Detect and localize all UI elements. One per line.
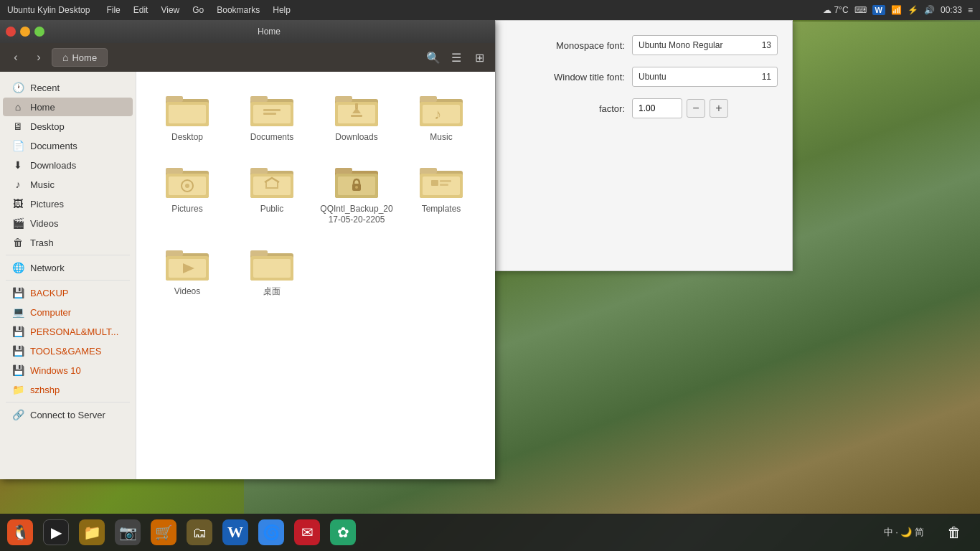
breadcrumb-label: Home bbox=[72, 52, 97, 63]
home-breadcrumb[interactable]: ⌂ Home bbox=[52, 48, 108, 67]
list-view-button[interactable]: ☰ bbox=[446, 47, 466, 67]
menu-help[interactable]: Help bbox=[267, 4, 296, 17]
sidebar-divider-3 bbox=[6, 402, 130, 402]
documents-icon: 📄 bbox=[11, 140, 24, 151]
volume-icon[interactable]: 🔊 bbox=[924, 5, 935, 15]
sidebar-item-szhshp[interactable]: 📁 szhshp bbox=[3, 380, 133, 399]
input-method-zh[interactable]: 中 · 🌙 简 bbox=[880, 523, 929, 542]
file-item-documents[interactable]: Documents bbox=[232, 83, 311, 149]
window-title-font-label: Window title font: bbox=[510, 72, 625, 83]
taskbar-store[interactable]: 🛒 bbox=[146, 516, 181, 549]
taskbar-browser[interactable]: 🌀 bbox=[254, 516, 288, 549]
close-button[interactable] bbox=[6, 27, 16, 37]
signal-icon[interactable]: 📶 bbox=[891, 5, 902, 15]
forward-button[interactable]: › bbox=[29, 47, 49, 67]
monospace-font-input[interactable]: Ubuntu Mono Regular 13 bbox=[632, 35, 778, 55]
menu-file[interactable]: File bbox=[100, 4, 126, 17]
svg-rect-1 bbox=[166, 96, 183, 102]
files-icon: 📁 bbox=[79, 519, 105, 545]
sidebar-label-videos: Videos bbox=[30, 218, 59, 229]
taskbar-right: 中 · 🌙 简 🗑 bbox=[880, 516, 978, 549]
sidebar-item-videos[interactable]: 🎬 Videos bbox=[3, 214, 133, 232]
taskbar-email[interactable]: ✉ bbox=[290, 516, 324, 549]
file-item-downloads[interactable]: Downloads bbox=[317, 83, 396, 149]
jian-label: 简 bbox=[915, 527, 924, 537]
grid-view-button[interactable]: ⊞ bbox=[469, 47, 489, 67]
sidebar-item-home[interactable]: ⌂ Home bbox=[3, 98, 133, 116]
menu-icon[interactable]: ≡ bbox=[968, 5, 973, 15]
factor-plus-button[interactable]: + bbox=[710, 99, 728, 118]
file-item-desktop[interactable]: Desktop bbox=[148, 83, 227, 149]
taskbar-files[interactable]: 📁 bbox=[75, 516, 109, 549]
file-label-pictures: Pictures bbox=[171, 204, 202, 215]
taskbar-trash[interactable]: 🗑 bbox=[937, 516, 971, 549]
svg-rect-43 bbox=[440, 180, 451, 182]
sidebar-item-pictures[interactable]: 🖼 Pictures bbox=[3, 194, 133, 213]
sidebar-item-recent[interactable]: 🕐 Recent bbox=[3, 78, 133, 97]
file-item-zhuomian[interactable]: 桌面 bbox=[232, 237, 311, 303]
search-button[interactable]: 🔍 bbox=[423, 47, 443, 67]
folder-icon-music: ♪ bbox=[418, 89, 464, 129]
sidebar-item-trash[interactable]: 🗑 Trash bbox=[3, 233, 133, 252]
factor-input[interactable]: 1.00 bbox=[632, 98, 682, 118]
camera-icon: 📷 bbox=[115, 519, 141, 545]
taskbar-ubuntu[interactable]: 🐧 bbox=[3, 516, 37, 549]
top-bar: Ubuntu Kylin Desktop File Edit View Go B… bbox=[0, 0, 980, 20]
sidebar-item-computer[interactable]: 💻 Computer bbox=[3, 303, 133, 321]
sidebar-item-connect[interactable]: 🔗 Connect to Server bbox=[3, 405, 133, 424]
toolbar: ‹ › ⌂ Home 🔍 ☰ ⊞ bbox=[0, 43, 495, 72]
sidebar-item-personal[interactable]: 💾 PERSONAL&MULT... bbox=[3, 322, 133, 341]
word-tray-icon[interactable]: W bbox=[872, 5, 885, 15]
sidebar-label-computer: Computer bbox=[30, 307, 71, 318]
clock[interactable]: 00:33 bbox=[941, 5, 962, 15]
svg-rect-39 bbox=[420, 168, 437, 174]
file-item-music[interactable]: ♪ Music bbox=[402, 83, 481, 149]
maximize-button[interactable] bbox=[34, 27, 44, 37]
taskbar-terminal[interactable]: ▶ bbox=[39, 516, 73, 549]
sidebar-divider-1 bbox=[6, 255, 130, 255]
monospace-font-size: 13 bbox=[762, 40, 771, 50]
menu-view[interactable]: View bbox=[155, 4, 185, 17]
svg-text:♪: ♪ bbox=[434, 106, 441, 122]
menu-edit[interactable]: Edit bbox=[128, 4, 154, 17]
sidebar-item-desktop[interactable]: 🖥 Desktop bbox=[3, 117, 133, 136]
svg-rect-16 bbox=[351, 115, 362, 117]
weather-widget[interactable]: ☁ 7°C bbox=[823, 5, 848, 15]
taskbar-app[interactable]: ✿ bbox=[326, 516, 360, 549]
window-title-font-input[interactable]: Ubuntu 11 bbox=[632, 67, 778, 87]
battery-icon[interactable]: ⚡ bbox=[908, 5, 918, 15]
back-button[interactable]: ‹ bbox=[6, 47, 26, 67]
app-icon: ✿ bbox=[330, 519, 356, 545]
sidebar-item-tools[interactable]: 💾 TOOLS&GAMES bbox=[3, 342, 133, 360]
taskbar-camera[interactable]: 📷 bbox=[110, 516, 145, 549]
sidebar-label-connect: Connect to Server bbox=[30, 410, 105, 420]
taskbar-word[interactable]: W bbox=[218, 516, 253, 549]
sidebar-item-network[interactable]: 🌐 Network bbox=[3, 258, 133, 277]
folder-icon-desktop bbox=[164, 89, 210, 129]
svg-rect-15 bbox=[355, 103, 358, 109]
file-item-videos[interactable]: Videos bbox=[148, 237, 227, 303]
sidebar-item-music[interactable]: ♪ Music bbox=[3, 175, 133, 194]
taskbar-filemanager2[interactable]: 🗂 bbox=[182, 516, 217, 549]
sidebar-label-pictures: Pictures bbox=[30, 199, 64, 209]
menu-go[interactable]: Go bbox=[187, 4, 209, 17]
file-item-templates[interactable]: Templates bbox=[402, 155, 481, 232]
file-item-qqintl[interactable]: QQIntl_Backup_2017-05-20-2205 bbox=[317, 155, 396, 232]
file-item-public[interactable]: Public bbox=[232, 155, 311, 232]
pictures-icon: 🖼 bbox=[11, 198, 24, 209]
sidebar-item-windows10[interactable]: 💾 Windows 10 bbox=[3, 361, 133, 380]
svg-rect-42 bbox=[431, 180, 438, 186]
menu-bookmarks[interactable]: Bookmarks bbox=[211, 4, 265, 17]
sidebar-item-backup[interactable]: 💾 BACKUP bbox=[3, 283, 133, 302]
sidebar-item-documents[interactable]: 📄 Documents bbox=[3, 136, 133, 155]
browser-icon: 🌀 bbox=[258, 519, 284, 545]
file-label-public: Public bbox=[260, 204, 284, 215]
factor-minus-button[interactable]: − bbox=[687, 99, 705, 118]
sidebar-item-downloads[interactable]: ⬇ Downloads bbox=[3, 156, 133, 174]
sidebar-label-desktop: Desktop bbox=[30, 121, 65, 132]
file-item-pictures[interactable]: Pictures bbox=[148, 155, 227, 232]
factor-value: 1.00 bbox=[639, 103, 655, 113]
keyboard-icon[interactable]: ⌨ bbox=[854, 5, 867, 15]
svg-rect-23 bbox=[166, 168, 183, 174]
minimize-button[interactable] bbox=[20, 27, 30, 37]
